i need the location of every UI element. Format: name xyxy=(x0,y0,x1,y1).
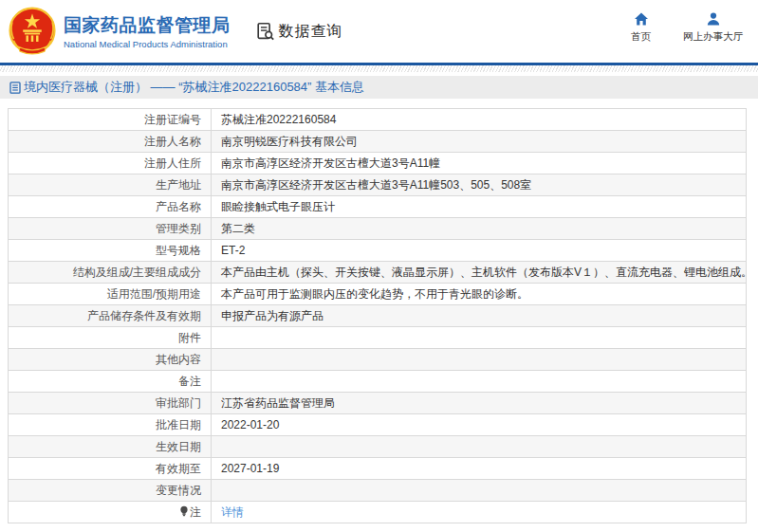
row-value xyxy=(212,327,747,349)
table-row: 其他内容 xyxy=(9,349,747,371)
hatch-texture-band xyxy=(0,65,758,72)
row-label: 备注 xyxy=(9,371,212,393)
table-row: 管理类别第二类 xyxy=(9,218,747,240)
row-value: 眼睑接触式电子眼压计 xyxy=(212,196,747,218)
row-value: 南京市高淳区经济开发区古檀大道3号A11幢503、505、508室 xyxy=(212,174,747,196)
row-label-text: 变更情况 xyxy=(156,484,201,497)
data-query-module[interactable]: 数据查询 xyxy=(255,21,343,42)
registration-info-section: 注册证编号苏械注准20222160584注册人名称南京明锐医疗科技有限公司注册人… xyxy=(0,99,758,523)
row-label: 生效日期 xyxy=(9,436,212,458)
row-label-text: 生效日期 xyxy=(156,440,201,453)
row-value: 本产品由主机（探头、开关按键、液晶显示屏）、主机软件（发布版本V１）、直流充电器… xyxy=(212,262,747,284)
row-label-text: 适用范围/预期用途 xyxy=(107,287,201,301)
row-label: 产品储存条件及有效期 xyxy=(9,305,212,327)
nav-home-label: 首页 xyxy=(631,30,651,44)
row-label: 产品名称 xyxy=(9,196,212,218)
row-value xyxy=(212,436,747,458)
row-value: 南京市高淳区经济开发区古檀大道3号A11幢 xyxy=(212,153,747,174)
row-label: 注 xyxy=(9,502,212,523)
row-value-text: 第二类 xyxy=(221,222,255,235)
nav-service-hall-label: 网上办事大厅 xyxy=(683,30,743,44)
row-value: ET-2 xyxy=(212,240,747,262)
nav-service-hall[interactable]: 网上办事大厅 xyxy=(683,11,743,44)
row-label: 结构及组成/主要组成成分 xyxy=(9,262,212,284)
row-label-text: 有效期至 xyxy=(156,462,201,475)
data-query-label: 数据查询 xyxy=(279,22,343,42)
row-value: 南京明锐医疗科技有限公司 xyxy=(212,131,747,153)
breadcrumb: 境内医疗器械（注册） —— “苏械注准20222160584” 基本信息 xyxy=(24,79,364,96)
row-value-text: 2022-01-20 xyxy=(221,418,279,431)
nav-home[interactable]: 首页 xyxy=(631,11,651,44)
details-link[interactable]: 详情 xyxy=(221,505,244,519)
row-value: 第二类 xyxy=(212,218,747,240)
row-value xyxy=(212,349,747,371)
table-row: 适用范围/预期用途本产品可用于监测眼内压的变化趋势，不用于青光眼的诊断。 xyxy=(9,284,747,305)
row-value-text: 2027-01-19 xyxy=(221,462,279,475)
row-label-text: 产品名称 xyxy=(156,200,201,213)
national-emblem-logo xyxy=(8,7,57,56)
org-name-block: 国家药品监督管理局 National Medical Products Admi… xyxy=(64,13,231,50)
row-label: 附件 xyxy=(9,327,212,349)
lightbulb-icon xyxy=(179,505,189,517)
table-row: 备注 xyxy=(9,371,747,393)
row-value-text: 江苏省药品监督管理局 xyxy=(221,396,335,410)
row-label: 生产地址 xyxy=(9,174,212,196)
row-label-text: 管理类别 xyxy=(156,222,201,235)
row-value-text: 南京市高淳区经济开发区古檀大道3号A11幢 xyxy=(221,156,440,170)
row-label: 其他内容 xyxy=(9,349,212,371)
row-label: 批准日期 xyxy=(9,414,212,436)
row-label: 有效期至 xyxy=(9,458,212,480)
row-label-text: 注 xyxy=(190,505,201,519)
table-row: 注详情 xyxy=(9,502,747,523)
row-label: 变更情况 xyxy=(9,480,212,502)
row-label: 注册证编号 xyxy=(9,109,212,131)
table-row: 有效期至2027-01-19 xyxy=(9,458,747,480)
row-label: 型号规格 xyxy=(9,240,212,262)
row-label: 审批部门 xyxy=(9,393,212,414)
row-label-text: 注册人住所 xyxy=(144,156,201,170)
row-value-text: 南京明锐医疗科技有限公司 xyxy=(221,135,358,148)
row-label-text: 附件 xyxy=(178,331,201,344)
row-label-text: 型号规格 xyxy=(156,244,201,257)
row-value: 2027-01-19 xyxy=(212,458,747,480)
row-value-text: ET-2 xyxy=(221,244,245,257)
row-value: 本产品可用于监测眼内压的变化趋势，不用于青光眼的诊断。 xyxy=(212,284,747,305)
row-label-text: 结构及组成/主要组成成分 xyxy=(73,266,201,279)
row-label: 适用范围/预期用途 xyxy=(9,284,212,305)
row-label: 注册人名称 xyxy=(9,131,212,153)
table-row: 注册证编号苏械注准20222160584 xyxy=(9,109,747,131)
row-value xyxy=(212,480,747,502)
org-name-cn: 国家药品监督管理局 xyxy=(64,13,231,38)
header-nav: 首页 网上办事大厅 xyxy=(631,11,743,44)
row-value: 苏械注准20222160584 xyxy=(212,109,747,131)
document-icon xyxy=(9,82,21,94)
site-header: 国家药品监督管理局 National Medical Products Admi… xyxy=(0,0,758,63)
home-icon xyxy=(634,11,649,27)
row-value-text: 本产品由主机（探头、开关按键、液晶显示屏）、主机软件（发布版本V１）、直流充电器… xyxy=(221,266,747,279)
row-value: 2022-01-20 xyxy=(212,414,747,436)
row-value: 详情 xyxy=(212,502,747,523)
table-row: 生效日期 xyxy=(9,436,747,458)
person-icon xyxy=(706,11,721,27)
table-row: 生产地址南京市高淳区经济开发区古檀大道3号A11幢503、505、508室 xyxy=(9,174,747,196)
row-label-text: 注册证编号 xyxy=(144,113,201,126)
breadcrumb-bar: 境内医疗器械（注册） —— “苏械注准20222160584” 基本信息 xyxy=(0,76,758,99)
row-label-text: 备注 xyxy=(178,375,201,388)
row-value xyxy=(212,371,747,393)
table-row: 附件 xyxy=(9,327,747,349)
table-row: 结构及组成/主要组成成分本产品由主机（探头、开关按键、液晶显示屏）、主机软件（发… xyxy=(9,262,747,284)
row-value: 江苏省药品监督管理局 xyxy=(212,393,747,414)
row-label: 注册人住所 xyxy=(9,153,212,174)
row-value-text: 申报产品为有源产品 xyxy=(221,309,324,322)
table-row: 注册人名称南京明锐医疗科技有限公司 xyxy=(9,131,747,153)
row-label-text: 注册人名称 xyxy=(144,135,201,148)
row-label-text: 批准日期 xyxy=(156,418,201,431)
row-value-text: 苏械注准20222160584 xyxy=(221,113,336,126)
row-value-text: 眼睑接触式电子眼压计 xyxy=(221,200,335,213)
table-row: 审批部门江苏省药品监督管理局 xyxy=(9,393,747,414)
row-label: 管理类别 xyxy=(9,218,212,240)
org-name-en: National Medical Products Administration xyxy=(64,38,231,50)
row-value-text: 本产品可用于监测眼内压的变化趋势，不用于青光眼的诊断。 xyxy=(221,287,528,301)
table-row: 变更情况 xyxy=(9,480,747,502)
row-label-text: 生产地址 xyxy=(156,178,201,192)
